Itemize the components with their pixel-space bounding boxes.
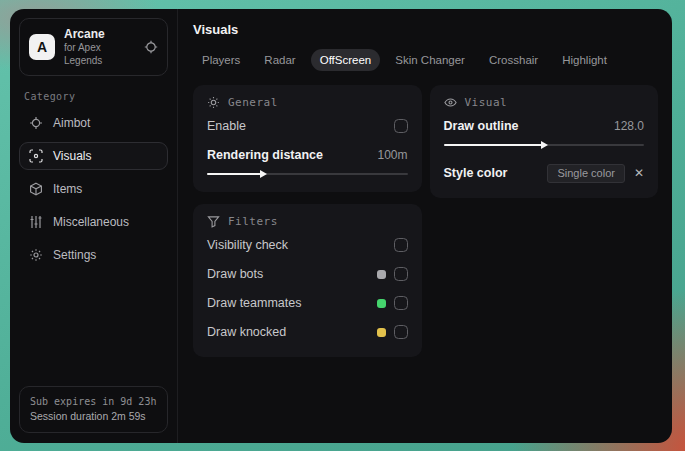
draw-bots-checkbox[interactable] xyxy=(394,267,408,281)
draw-teammates-label: Draw teammates xyxy=(207,296,301,310)
slider-fill xyxy=(207,173,261,175)
tab-highlight[interactable]: Highlight xyxy=(553,49,616,71)
app-title-block: Arcane for Apex Legends xyxy=(64,27,135,67)
draw-knocked-row: Draw knocked xyxy=(207,320,408,344)
visibility-check-label: Visibility check xyxy=(207,238,288,252)
draw-teammates-color-swatch[interactable] xyxy=(377,299,386,308)
rendering-distance-label: Rendering distance xyxy=(207,148,323,162)
draw-outline-value: 128.0 xyxy=(614,119,644,133)
left-column: General Enable Rendering distance 100m xyxy=(193,85,422,357)
enable-checkbox[interactable] xyxy=(394,119,408,133)
draw-knocked-checkbox[interactable] xyxy=(394,325,408,339)
tab-radar[interactable]: Radar xyxy=(255,49,304,71)
sidebar-item-miscellaneous[interactable]: Miscellaneous xyxy=(19,208,168,236)
eye-icon xyxy=(444,96,457,109)
clear-icon[interactable]: ✕ xyxy=(634,167,644,179)
filters-panel-title: Filters xyxy=(228,215,278,228)
target-icon[interactable] xyxy=(144,40,158,54)
enable-row: Enable xyxy=(207,114,408,138)
sliders-icon xyxy=(29,215,43,229)
general-panel-title: General xyxy=(228,96,278,109)
style-color-row: Style color Single color ✕ xyxy=(444,161,645,185)
draw-outline-row: Draw outline 128.0 xyxy=(444,114,645,138)
slider-handle[interactable] xyxy=(541,141,548,149)
app-subtitle: for Apex Legends xyxy=(64,41,135,67)
tab-crosshair[interactable]: Crosshair xyxy=(480,49,547,71)
app-name: Arcane xyxy=(64,27,135,41)
sidebar-item-settings[interactable]: Settings xyxy=(19,241,168,269)
style-color-select[interactable]: Single color ✕ xyxy=(547,164,644,183)
session-duration-text: Session duration 2m 59s xyxy=(30,409,157,424)
sidebar-item-label: Visuals xyxy=(53,149,91,163)
funnel-icon xyxy=(207,215,220,228)
tab-skin-changer[interactable]: Skin Changer xyxy=(386,49,474,71)
visual-panel-header: Visual xyxy=(444,96,645,109)
tab-offscreen[interactable]: OffScreen xyxy=(311,49,381,71)
draw-bots-label: Draw bots xyxy=(207,267,263,281)
crosshair-icon xyxy=(29,116,43,130)
style-color-selected-option[interactable]: Single color xyxy=(547,164,624,183)
main-content: Visuals Players Radar OffScreen Skin Cha… xyxy=(178,9,672,443)
draw-knocked-color-swatch[interactable] xyxy=(377,328,386,337)
draw-bots-color-swatch[interactable] xyxy=(377,270,386,279)
rendering-distance-slider[interactable] xyxy=(207,169,408,179)
sub-expiry-text: Sub expires in 9d 23h xyxy=(30,394,157,409)
visual-panel: Visual Draw outline 128.0 Style color xyxy=(430,85,659,198)
visual-panel-title: Visual xyxy=(465,96,508,109)
draw-teammates-row: Draw teammates xyxy=(207,291,408,315)
sidebar-item-label: Aimbot xyxy=(53,116,90,130)
brightness-icon xyxy=(207,96,220,109)
draw-bots-row: Draw bots xyxy=(207,262,408,286)
app-logo-card: A Arcane for Apex Legends xyxy=(19,18,168,76)
draw-outline-label: Draw outline xyxy=(444,119,519,133)
visibility-check-row: Visibility check xyxy=(207,233,408,257)
sidebar: A Arcane for Apex Legends Category Aimbo… xyxy=(10,9,178,443)
sidebar-item-label: Miscellaneous xyxy=(53,215,129,229)
slider-handle[interactable] xyxy=(260,170,267,178)
rendering-distance-row: Rendering distance 100m xyxy=(207,143,408,167)
general-panel-header: General xyxy=(207,96,408,109)
content-grid: General Enable Rendering distance 100m xyxy=(193,85,658,357)
style-color-label: Style color xyxy=(444,166,508,180)
package-icon xyxy=(29,182,43,196)
app-logo: A xyxy=(29,34,55,60)
tab-bar: Players Radar OffScreen Skin Changer Cro… xyxy=(193,49,658,71)
filters-panel: Filters Visibility check Draw bots xyxy=(193,204,422,357)
visibility-check-checkbox[interactable] xyxy=(394,238,408,252)
general-panel: General Enable Rendering distance 100m xyxy=(193,85,422,192)
app-window: A Arcane for Apex Legends Category Aimbo… xyxy=(10,9,672,443)
sidebar-item-items[interactable]: Items xyxy=(19,175,168,203)
sidebar-item-visuals[interactable]: Visuals xyxy=(19,142,168,170)
filters-panel-header: Filters xyxy=(207,215,408,228)
slider-fill xyxy=(444,144,542,146)
draw-teammates-checkbox[interactable] xyxy=(394,296,408,310)
gear-icon xyxy=(29,248,43,262)
tab-players[interactable]: Players xyxy=(193,49,249,71)
draw-outline-slider[interactable] xyxy=(444,140,645,150)
right-column: Visual Draw outline 128.0 Style color xyxy=(430,85,659,198)
enable-label: Enable xyxy=(207,119,246,133)
scan-eye-icon xyxy=(29,149,43,163)
rendering-distance-value: 100m xyxy=(377,148,407,162)
sidebar-item-label: Items xyxy=(53,182,82,196)
subscription-card: Sub expires in 9d 23h Session duration 2… xyxy=(19,386,168,433)
page-title: Visuals xyxy=(193,22,658,37)
sidebar-item-aimbot[interactable]: Aimbot xyxy=(19,109,168,137)
sidebar-item-label: Settings xyxy=(53,248,96,262)
draw-knocked-label: Draw knocked xyxy=(207,325,286,339)
sidebar-spacer xyxy=(19,274,168,386)
category-label: Category xyxy=(24,91,163,102)
